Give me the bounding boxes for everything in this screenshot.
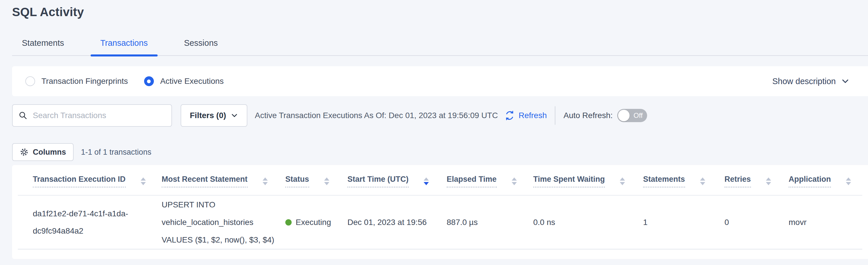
controls-row: Filters (0) Active Transaction Execution… (12, 104, 868, 127)
sort-icon (700, 178, 705, 185)
sort-icon (324, 178, 329, 185)
cell-status: Executing (285, 195, 347, 249)
sort-icon (141, 178, 146, 185)
column-header-status[interactable]: Status (285, 165, 347, 195)
refresh-label: Refresh (519, 111, 547, 120)
chevron-down-icon (841, 77, 849, 85)
toggle-knob[interactable] (618, 110, 629, 121)
radio-selected-icon[interactable] (144, 76, 154, 86)
radio-transaction-fingerprints[interactable]: Transaction Fingerprints (25, 76, 128, 86)
status-label: Executing (296, 214, 331, 231)
column-header-most-recent-statement[interactable]: Most Recent Statement (162, 165, 285, 195)
radio-label-transaction-fingerprints: Transaction Fingerprints (41, 77, 128, 86)
filters-button[interactable]: Filters (0) (181, 104, 247, 127)
column-header-transaction-execution-id[interactable]: Transaction Execution ID (18, 165, 162, 195)
toggle-state-label: Off (633, 111, 643, 120)
tab-sessions[interactable]: Sessions (174, 38, 228, 55)
gear-icon (20, 148, 29, 157)
column-header-statements[interactable]: Statements (643, 165, 724, 195)
chevron-down-icon (231, 112, 238, 119)
transactions-table-panel: Transaction Execution ID Most Recent Sta… (12, 165, 868, 259)
table-row[interactable]: da1f21e2-de71-4c1f-a1da-dc9fc94a84a2 UPS… (18, 195, 862, 249)
sort-icon (766, 178, 771, 185)
radio-label-active-executions: Active Executions (160, 77, 224, 86)
sql-activity-page: SQL Activity Statements Transactions Ses… (0, 0, 868, 259)
cell-elapsed-time: 887.0 µs (447, 195, 533, 249)
divider (555, 106, 555, 125)
columns-button[interactable]: Columns (12, 143, 74, 161)
cell-most-recent-statement: UPSERT INTO vehicle_location_histories V… (162, 195, 285, 249)
refresh-button[interactable]: Refresh (504, 110, 547, 121)
column-header-elapsed-time[interactable]: Elapsed Time (447, 165, 533, 195)
column-header-application[interactable]: Application (788, 165, 862, 195)
cell-time-spent-waiting: 0.0 ns (533, 195, 643, 249)
columns-button-label: Columns (33, 148, 66, 157)
tab-bar: Statements Transactions Sessions (12, 36, 868, 56)
cell-statements: 1 (643, 195, 724, 249)
tab-transactions[interactable]: Transactions (91, 38, 158, 55)
transactions-table: Transaction Execution ID Most Recent Sta… (18, 165, 862, 249)
sort-desc-icon (424, 178, 429, 185)
auto-refresh-label: Auto Refresh: (563, 111, 613, 120)
status-executing-dot (285, 219, 291, 226)
search-input[interactable] (33, 111, 166, 120)
cell-start-time: Dec 01, 2023 at 19:56 (347, 195, 447, 249)
cell-retries: 0 (724, 195, 788, 249)
table-header-row: Transaction Execution ID Most Recent Sta… (18, 165, 862, 195)
sort-icon (262, 178, 268, 185)
search-box[interactable] (12, 104, 172, 127)
filters-button-label: Filters (0) (190, 111, 226, 120)
column-header-start-time[interactable]: Start Time (UTC) (347, 165, 447, 195)
radio-unselected-icon[interactable] (25, 76, 35, 86)
column-header-time-spent-waiting[interactable]: Time Spent Waiting (533, 165, 643, 195)
column-header-retries[interactable]: Retries (724, 165, 788, 195)
view-mode-panel: Transaction Fingerprints Active Executio… (12, 66, 868, 96)
results-count: 1-1 of 1 transactions (81, 148, 152, 157)
cell-application: movr (788, 195, 862, 249)
show-description-toggle[interactable]: Show description (772, 77, 849, 86)
refresh-icon (504, 110, 515, 121)
tab-statements[interactable]: Statements (12, 38, 74, 55)
results-bar: Columns 1-1 of 1 transactions (12, 143, 868, 161)
cell-transaction-execution-id[interactable]: da1f21e2-de71-4c1f-a1da-dc9fc94a84a2 (18, 195, 162, 249)
auto-refresh-toggle[interactable]: Off (617, 109, 647, 122)
page-title: SQL Activity (12, 5, 868, 19)
sort-icon (620, 178, 625, 185)
show-description-label: Show description (772, 77, 836, 86)
as-of-label: Active Transaction Executions As Of: Dec… (255, 111, 498, 120)
search-icon (19, 111, 28, 120)
sort-icon (512, 178, 517, 185)
radio-active-executions[interactable]: Active Executions (144, 76, 224, 86)
sort-icon (846, 178, 851, 185)
